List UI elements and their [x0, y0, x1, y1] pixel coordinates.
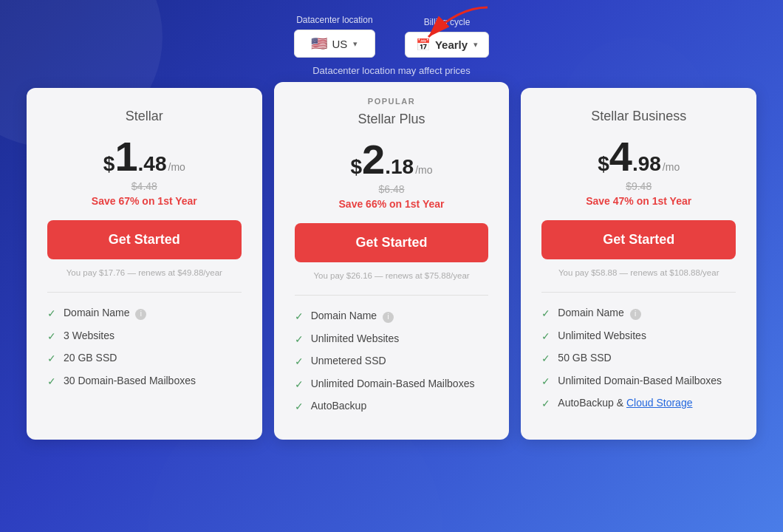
stellar-price-decimal: .48: [138, 152, 167, 176]
stellar-plus-get-started-button[interactable]: Get Started: [295, 223, 489, 262]
header: Datacenter location 🇺🇸 US ▾ Billing cycl…: [0, 0, 783, 88]
check-icon: ✓: [541, 352, 550, 366]
stellar-business-plan-name: Stellar Business: [541, 109, 736, 124]
check-icon: ✓: [295, 310, 304, 324]
datacenter-group: Datacenter location 🇺🇸 US ▾: [294, 15, 375, 58]
location-text: US: [332, 38, 347, 50]
list-item: ✓ AutoBackup: [295, 399, 489, 415]
feature-text: 30 Domain-Based Mailboxes: [64, 374, 196, 389]
feature-text: Unlimited Domain-Based Mailboxes: [558, 374, 722, 389]
check-icon: ✓: [295, 355, 304, 369]
info-icon[interactable]: i: [135, 309, 146, 320]
stellar-plus-features: ✓ Domain Name i ✓ Unlimited Websites ✓ U…: [295, 309, 489, 415]
check-icon: ✓: [47, 307, 56, 321]
list-item: ✓ Unlimited Domain-Based Mailboxes: [541, 374, 736, 389]
list-item: ✓ Domain Name i: [47, 306, 242, 321]
list-item: ✓ Unlimited Domain-Based Mailboxes: [295, 377, 489, 392]
feature-text: AutoBackup & Cloud Storage: [558, 396, 692, 411]
check-icon: ✓: [47, 330, 56, 344]
feature-text: Unlimited Websites: [311, 332, 400, 347]
chevron-down-icon: ▾: [353, 39, 358, 49]
stellar-original-price: $4.48: [47, 180, 242, 192]
feature-text: Domain Name i: [311, 309, 394, 324]
list-item: ✓ 20 GB SSD: [47, 351, 242, 366]
cloud-storage-link[interactable]: Cloud Storage: [626, 397, 693, 409]
list-item: ✓ Unlimited Websites: [295, 332, 489, 347]
stellar-price-row: $ 1 .48 /mo: [47, 136, 242, 177]
check-icon: ✓: [541, 397, 550, 412]
billing-group: Billing cycle 📅 Yearly ▾: [405, 17, 489, 58]
datacenter-dropdown[interactable]: 🇺🇸 US ▾: [294, 30, 375, 58]
stellar-plus-dollar: $: [351, 155, 363, 179]
billing-label: Billing cycle: [424, 17, 471, 27]
stellar-business-save-text: Save 47% on 1st Year: [541, 195, 736, 207]
feature-text: Unlimited Domain-Based Mailboxes: [311, 377, 475, 392]
stellar-get-started-button[interactable]: Get Started: [47, 220, 242, 259]
list-item: ✓ Domain Name i: [295, 309, 489, 324]
stellar-card: Stellar $ 1 .48 /mo $4.48 Save 67% on 1s…: [27, 88, 262, 440]
check-icon: ✓: [47, 352, 56, 366]
stellar-plus-divider: [295, 295, 489, 296]
feature-text: Unmetered SSD: [311, 354, 386, 369]
stellar-plus-save-text: Save 66% on 1st Year: [295, 198, 489, 210]
feature-text: Domain Name i: [558, 306, 640, 321]
check-icon: ✓: [541, 330, 550, 344]
feature-text: 50 GB SSD: [558, 351, 611, 366]
stellar-business-divider: [541, 292, 736, 293]
stellar-business-dollar: $: [598, 152, 609, 176]
stellar-plus-renew-note: You pay $26.16 — renews at $75.88/year: [295, 271, 489, 280]
billing-dropdown[interactable]: 📅 Yearly ▾: [405, 32, 489, 58]
feature-text: 3 Websites: [64, 329, 114, 344]
calendar-icon: 📅: [416, 38, 431, 52]
stellar-save-text: Save 67% on 1st Year: [47, 195, 242, 207]
stellar-divider: [47, 292, 242, 293]
list-item: ✓ 3 Websites: [47, 329, 242, 344]
datacenter-label: Datacenter location: [296, 15, 372, 25]
stellar-price-period: /mo: [168, 161, 185, 173]
stellar-business-card: Stellar Business $ 4 .98 /mo $9.48 Save …: [521, 88, 756, 440]
stellar-plus-original-price: $6.48: [295, 183, 489, 195]
check-icon: ✓: [541, 375, 550, 389]
stellar-dollar: $: [103, 152, 115, 176]
chevron-down-icon: ▾: [473, 40, 478, 50]
popular-badge: POPULAR: [295, 97, 489, 106]
check-icon: ✓: [541, 307, 550, 321]
check-icon: ✓: [47, 375, 56, 389]
pricing-cards: Stellar $ 1 .48 /mo $4.48 Save 67% on 1s…: [0, 88, 783, 440]
stellar-plus-price-whole: 2: [362, 139, 385, 180]
list-item: ✓ Unlimited Websites: [541, 329, 736, 344]
feature-text: Domain Name i: [64, 306, 146, 321]
feature-text: 20 GB SSD: [64, 351, 117, 366]
stellar-business-price-row: $ 4 .98 /mo: [541, 136, 736, 177]
feature-text: Unlimited Websites: [558, 329, 646, 344]
controls-row: Datacenter location 🇺🇸 US ▾ Billing cycl…: [15, 15, 768, 58]
check-icon: ✓: [295, 332, 304, 347]
check-icon: ✓: [295, 400, 304, 415]
stellar-plus-card: POPULAR Stellar Plus $ 2 .18 /mo $6.48 S…: [274, 82, 510, 440]
flag-icon: 🇺🇸: [311, 35, 327, 52]
stellar-business-price-decimal: .98: [632, 152, 661, 176]
stellar-plan-name: Stellar: [47, 109, 242, 124]
stellar-business-price-whole: 4: [609, 136, 632, 177]
stellar-plus-price-decimal: .18: [385, 155, 414, 179]
stellar-business-get-started-button[interactable]: Get Started: [541, 220, 736, 259]
list-item: ✓ Unmetered SSD: [295, 354, 489, 369]
stellar-business-price-period: /mo: [663, 161, 680, 173]
stellar-business-features: ✓ Domain Name i ✓ Unlimited Websites ✓ 5…: [541, 306, 736, 412]
list-item: ✓ Domain Name i: [541, 306, 736, 321]
stellar-price-whole: 1: [114, 136, 137, 177]
stellar-business-renew-note: You pay $58.88 — renews at $108.88/year: [541, 268, 736, 277]
billing-cycle-text: Yearly: [435, 38, 468, 51]
list-item: ✓ 50 GB SSD: [541, 351, 736, 366]
stellar-plus-price-period: /mo: [415, 164, 432, 176]
stellar-business-original-price: $9.48: [541, 180, 736, 192]
list-item: ✓ AutoBackup & Cloud Storage: [541, 396, 736, 412]
info-icon[interactable]: i: [630, 309, 641, 320]
stellar-renew-note: You pay $17.76 — renews at $49.88/year: [47, 268, 242, 277]
info-icon[interactable]: i: [383, 312, 394, 323]
list-item: ✓ 30 Domain-Based Mailboxes: [47, 374, 242, 389]
stellar-features: ✓ Domain Name i ✓ 3 Websites ✓ 20 GB SSD…: [47, 306, 242, 389]
datacenter-note: Datacenter location may affect prices: [15, 65, 768, 76]
stellar-plus-plan-name: Stellar Plus: [295, 112, 489, 127]
stellar-plus-price-row: $ 2 .18 /mo: [295, 139, 489, 180]
